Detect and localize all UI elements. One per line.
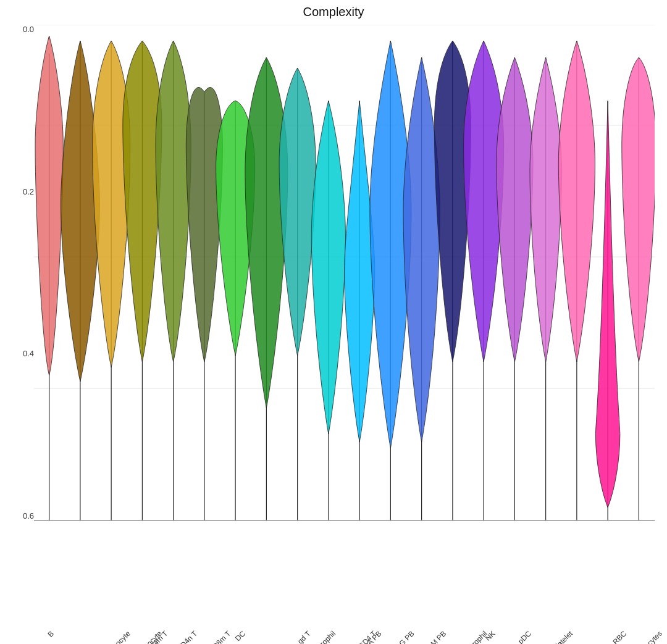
violin-NK: [464, 41, 504, 521]
x-label-Proliferative-Lymphocytes: Proliferative Lymphocytes: [598, 629, 664, 644]
x-label-B: B: [46, 629, 56, 639]
x-label-NK: NK: [484, 629, 497, 643]
violin-Platelet: [530, 57, 561, 521]
y-label-06: 0.6: [23, 511, 34, 521]
x-label-IgM-PB: IgM PB: [425, 629, 448, 644]
violin-gd-T: [279, 68, 316, 521]
y-label-04: 0.4: [23, 349, 34, 358]
violin-IFN-stim-CD4-T: [311, 101, 345, 521]
violin-plot-svg: [34, 25, 655, 521]
x-label-gd-T: gd T: [296, 629, 313, 644]
y-axis: 0.6 0.4 0.2 0.0: [6, 25, 34, 521]
x-label-Platelet: Platelet: [551, 629, 574, 644]
x-label-RBC: RBC: [611, 629, 628, 644]
x-label-CD8m-T: CD8m T: [207, 629, 232, 644]
violin-CD4m-T: [123, 41, 162, 521]
x-label-IgG-PB: IgG PB: [393, 629, 416, 644]
violin-RBC: [595, 101, 619, 521]
violin-SC-Eosinophil: [622, 57, 655, 521]
y-label-00: 0.0: [23, 25, 34, 34]
x-label-CD4n-T: CD4n T: [175, 629, 199, 644]
x-label-DC: DC: [233, 629, 247, 643]
chart-container: Complexity 0.6 0.4 0.2 0.0: [0, 0, 667, 644]
x-label-pDC: pDC: [516, 629, 533, 644]
x-label-CD14-Monocyte: CD14 Monocyte: [88, 629, 132, 644]
y-label-02: 0.2: [23, 187, 34, 196]
x-axis-labels: B CD14 Monocyte CD16 Monocyte CD4m T CD4…: [34, 521, 664, 638]
violin-IgA-PB: [345, 101, 375, 521]
violin-Proliferative-Lymphocytes: [558, 41, 595, 521]
violin-pDC: [497, 57, 533, 521]
chart-title: Complexity: [0, 5, 667, 19]
violin-B: [35, 36, 63, 521]
violin-CD4n-T: [156, 41, 191, 521]
